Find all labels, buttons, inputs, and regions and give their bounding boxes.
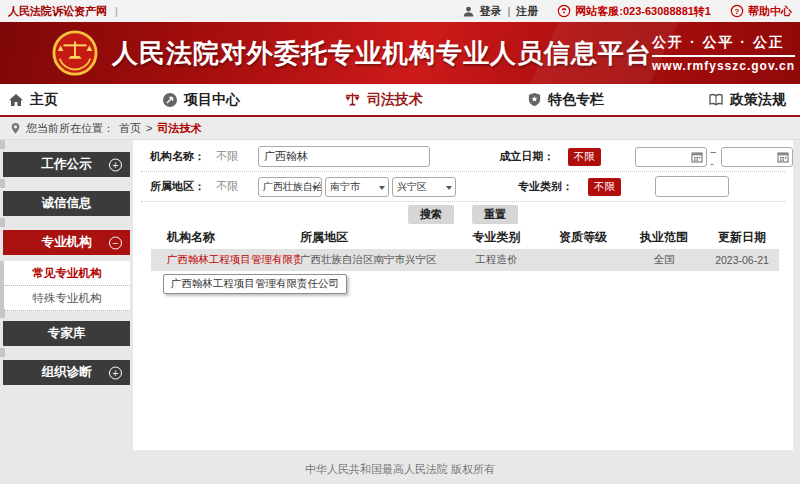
org-name-link[interactable]: 广西翰林工程项目管理有限责任...	[151, 253, 300, 267]
sidebar-item-org-diagnosis[interactable]: 组织诊断 +	[3, 360, 130, 385]
expand-icon[interactable]: +	[109, 366, 122, 379]
content-panel: 机构名称： 不限 成立日期： 不限 ---	[133, 140, 793, 450]
table-header-row: 机构名称 所属地区 专业类别 资质等级 执业范围 更新日期	[151, 226, 779, 249]
nav-label: 司法技术	[367, 91, 423, 109]
col-header-region: 所属地区	[300, 229, 450, 246]
breadcrumb-current[interactable]: 司法技术	[157, 121, 201, 136]
svg-text:?: ?	[735, 7, 740, 16]
hotline-text: 网站客服:023-63088881转1	[575, 4, 711, 19]
calendar-icon[interactable]	[777, 151, 789, 163]
org-date-cell: 2023-06-21	[705, 254, 779, 266]
district-select-value: 兴宁区	[397, 180, 427, 194]
org-name-input[interactable]	[258, 146, 430, 167]
sidebar-item-label: 专家库	[48, 326, 86, 340]
scales-icon	[344, 91, 361, 108]
sidebar-item-common-orgs[interactable]: 常见专业机构	[4, 261, 130, 286]
sidebar-item-expert-pool[interactable]: 专家库	[3, 321, 130, 346]
project-center-icon	[162, 92, 178, 108]
site-banner: 人民法院对外委托专业机构专业人员信息平台 公开 · 公平 · 公正 www.rm…	[0, 22, 800, 84]
sidebar-item-professional-orgs[interactable]: 专业机构 −	[3, 230, 130, 255]
sidebar-item-label: 专业机构	[42, 235, 92, 249]
org-scope-cell: 全国	[623, 253, 705, 267]
col-header-category: 专业类别	[450, 229, 543, 246]
region-unlimited[interactable]: 不限	[216, 179, 238, 194]
sidebar-item-label: 常见专业机构	[33, 267, 102, 279]
nav-label: 项目中心	[184, 91, 240, 109]
chevron-down-icon	[312, 186, 318, 190]
nav-label: 特色专栏	[548, 91, 604, 109]
help-center-link[interactable]: 帮助中心	[748, 4, 792, 19]
asset-site-link[interactable]: 人民法院诉讼资产网	[8, 4, 107, 19]
login-link[interactable]: 登录	[479, 4, 501, 19]
user-icon	[462, 5, 475, 18]
sidebar-item-label: 工作公示	[42, 157, 92, 171]
sidebar-item-label: 特殊专业机构	[33, 292, 102, 304]
org-name-label: 机构名称：	[150, 149, 214, 164]
search-form-row-1: 机构名称： 不限 成立日期： 不限 ---	[133, 142, 793, 171]
category-label: 专业类别：	[518, 179, 582, 194]
district-select[interactable]: 兴宁区	[392, 177, 456, 197]
city-select-value: 南宁市	[330, 180, 360, 194]
page: 人民法院诉讼资产网 | 登录 | 注册 网站客服:023-63088881转1	[0, 0, 800, 484]
col-header-scope: 执业范围	[623, 229, 705, 246]
nav-label: 政策法规	[730, 91, 786, 109]
sidebar: 工作公示 + 诚信信息 专业机构 − 常见专业机构 特殊专业机构 专家库	[0, 140, 130, 399]
breadcrumb: 您当前所在位置： 首页 > 司法技术	[0, 117, 800, 140]
date-to-input[interactable]	[721, 147, 793, 167]
court-emblem-logo	[52, 30, 98, 76]
founding-date-label: 成立日期：	[499, 149, 561, 164]
sidebar-item-label: 组织诊断	[42, 365, 92, 379]
nav-item-judicial-tech[interactable]: 司法技术	[344, 91, 423, 109]
org-name-unlimited[interactable]: 不限	[216, 149, 238, 164]
date-from-input[interactable]	[635, 147, 707, 167]
main-nav: 主页 项目中心 司法技术 特色专栏 政策法规	[0, 84, 800, 117]
col-header-date: 更新日期	[705, 229, 779, 246]
location-pin-icon	[10, 122, 21, 135]
site-title: 人民法院对外委托专业机构专业人员信息平台	[112, 36, 652, 71]
breadcrumb-separator: >	[146, 122, 152, 134]
chevron-down-icon	[446, 186, 452, 190]
shield-star-icon	[527, 92, 542, 107]
category-input[interactable]	[655, 176, 729, 197]
chevron-down-icon	[379, 186, 385, 190]
category-unlimited-button[interactable]: 不限	[588, 178, 621, 196]
site-url: www.rmfysszc.gov.cn	[652, 59, 795, 73]
nav-item-policies[interactable]: 政策法规	[708, 91, 786, 109]
date-range-separator: ---	[710, 145, 718, 169]
sidebar-item-work-publicity[interactable]: 工作公示 +	[3, 152, 130, 177]
home-icon	[8, 92, 24, 108]
expand-icon[interactable]: +	[109, 158, 122, 171]
register-link[interactable]: 注册	[516, 4, 538, 19]
nav-item-featured-column[interactable]: 特色专栏	[527, 91, 604, 109]
nav-label: 主页	[30, 91, 58, 109]
province-select[interactable]: 广西壮族自治	[258, 177, 322, 197]
sidebar-item-label: 诚信信息	[42, 196, 92, 210]
page-footer: 中华人民共和国最高人民法院 版权所有	[0, 455, 800, 484]
main-area: 工作公示 + 诚信信息 专业机构 − 常见专业机构 特殊专业机构 专家库	[0, 140, 800, 455]
collapse-icon[interactable]: −	[109, 236, 122, 249]
org-category-cell: 工程造价	[450, 253, 543, 267]
col-header-org-name: 机构名称	[151, 229, 300, 246]
sidebar-item-integrity-info[interactable]: 诚信信息	[3, 191, 130, 216]
breadcrumb-home-link[interactable]: 首页	[119, 121, 141, 136]
org-region-cell: 广西壮族自治区南宁市兴宁区	[300, 253, 450, 267]
help-icon: ?	[730, 4, 744, 18]
phone-icon	[557, 4, 571, 18]
top-utility-bar: 人民法院诉讼资产网 | 登录 | 注册 网站客服:023-63088881转1	[0, 0, 800, 22]
sidebar-item-special-orgs[interactable]: 特殊专业机构	[4, 286, 130, 311]
table-row[interactable]: 广西翰林工程项目管理有限责任... 广西壮族自治区南宁市兴宁区 工程造价 全国 …	[151, 249, 779, 271]
divider: |	[507, 5, 510, 17]
nav-item-home[interactable]: 主页	[8, 91, 58, 109]
region-label: 所属地区：	[150, 179, 214, 194]
date-unlimited-button[interactable]: 不限	[568, 148, 601, 166]
org-name-tooltip: 广西翰林工程项目管理有限责任公司	[163, 274, 347, 294]
search-button[interactable]: 搜索	[408, 205, 454, 224]
form-actions: 搜索 重置	[133, 202, 793, 226]
calendar-icon[interactable]	[691, 151, 703, 163]
sidebar-submenu: 常见专业机构 特殊专业机构	[0, 261, 130, 311]
nav-item-project-center[interactable]: 项目中心	[162, 91, 240, 109]
search-form-row-2: 所属地区： 不限 广西壮族自治 南宁市 兴宁区	[133, 172, 793, 201]
city-select[interactable]: 南宁市	[325, 177, 389, 197]
reset-button[interactable]: 重置	[472, 205, 518, 224]
slogan-text: 公开 · 公平 · 公正	[652, 34, 795, 57]
